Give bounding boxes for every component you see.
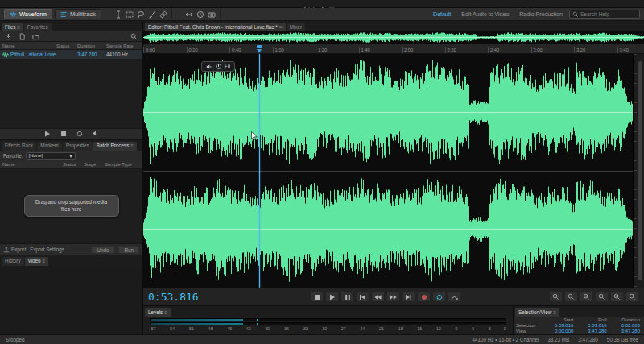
help-search <box>569 10 640 19</box>
transport-bar: 0:53.816 <box>143 288 644 305</box>
tab-properties[interactable]: Properties <box>63 142 93 151</box>
record-button[interactable] <box>417 292 431 302</box>
files-search-icon[interactable] <box>129 31 139 42</box>
preview-stop-icon[interactable] <box>58 128 68 139</box>
overview-waveform-canvas[interactable] <box>143 31 644 44</box>
import-file-icon[interactable] <box>3 31 14 42</box>
zoom-in-horizontal-icon[interactable] <box>580 292 593 302</box>
batch-header: Name Status Stage Sample Type <box>0 161 142 169</box>
skip-selection-button[interactable] <box>448 292 461 302</box>
tab-history[interactable]: History <box>2 257 24 266</box>
clock-icon[interactable] <box>195 9 205 19</box>
drop-hint: Drag and drop supported media files here <box>24 195 119 217</box>
favorite-row: Favorite: [None] ▾ <box>0 151 142 161</box>
playhead-handle[interactable] <box>257 45 262 48</box>
overview-playhead[interactable] <box>262 31 262 44</box>
favorite-dropdown[interactable]: [None] ▾ <box>26 152 76 160</box>
hud: +0 <box>201 61 235 72</box>
panel-menu-icon[interactable]: ≡ <box>164 309 167 317</box>
skip-back-button[interactable] <box>356 292 369 302</box>
multitrack-icon <box>60 11 68 18</box>
workspace-radio-production[interactable]: Radio Production <box>515 11 567 17</box>
export-button[interactable]: Export <box>3 247 26 253</box>
preview-loop-icon[interactable] <box>74 128 85 139</box>
tab-batch-process[interactable]: Batch Process ≡ <box>93 142 137 151</box>
selection-end[interactable]: 0:53.816 <box>575 323 608 329</box>
search-icon <box>572 11 579 18</box>
meter-scale: -57-54-51-48-45-42-39-36-33-30-27-24-21-… <box>150 326 506 331</box>
main-area: Files ≡ Favorites Name Status Duration S… <box>0 21 644 334</box>
loop-playback-button[interactable] <box>432 292 446 302</box>
zoom-in-icon[interactable] <box>549 292 563 302</box>
preview-play-icon[interactable] <box>42 128 52 139</box>
snapshot-icon[interactable] <box>206 9 217 19</box>
zoom-out-horizontal-icon[interactable] <box>595 292 609 302</box>
selection-start[interactable]: 0:53.816 <box>542 323 575 329</box>
selection-duration[interactable]: 0:00.000 <box>609 323 642 329</box>
tab-mixer[interactable]: Mixer <box>287 23 305 31</box>
tab-files[interactable]: Files ≡ <box>2 23 23 31</box>
pause-button[interactable] <box>341 292 354 302</box>
title-bar: Adobe Audition <box>0 0 644 8</box>
waveform-canvas[interactable] <box>143 54 633 288</box>
rewind-button[interactable] <box>371 292 385 302</box>
undo-button[interactable]: Undo <box>91 246 114 254</box>
fast-forward-button[interactable] <box>386 292 400 302</box>
open-folder-icon[interactable] <box>31 31 41 42</box>
view-duration[interactable]: 3:47.280 <box>609 329 642 334</box>
amplitude-scale[interactable] <box>633 54 644 288</box>
tab-editor[interactable]: Editor: Pitbull Feat. Chris Brown - Inte… <box>145 23 286 31</box>
speaker-icon[interactable] <box>90 128 101 139</box>
multitrack-view-button[interactable]: Multitrack <box>55 9 101 19</box>
files-header: Name Status Duration Sample Rate <box>0 42 142 50</box>
help-search-input[interactable] <box>580 11 637 17</box>
view-end[interactable]: 3:47.280 <box>575 329 608 334</box>
lasso-selection-tool-icon[interactable] <box>135 9 146 19</box>
export-settings-button[interactable]: Export Settings... <box>30 247 68 252</box>
zoom-full-icon[interactable] <box>625 292 639 302</box>
amplitude-scrollbar[interactable] <box>638 61 642 281</box>
workspace-default[interactable]: Default <box>429 11 455 17</box>
close-icon[interactable]: × <box>279 23 283 31</box>
new-file-icon[interactable] <box>17 31 27 42</box>
tab-video[interactable]: Video ≡ <box>25 257 49 266</box>
tool-group-selection <box>109 9 172 19</box>
run-button[interactable]: Run <box>118 246 139 254</box>
zoom-out-icon[interactable] <box>564 292 578 302</box>
overview-strip[interactable] <box>143 31 644 44</box>
tab-effects-rack[interactable]: Effects Rack <box>2 142 36 151</box>
spot-healing-tool-icon[interactable] <box>158 9 168 19</box>
batch-drop-area[interactable]: Drag and drop supported media files here <box>0 169 142 243</box>
file-duration: 3:47.280 <box>77 52 106 57</box>
waveform-view-button[interactable]: Waveform <box>4 9 52 19</box>
zoom-selection-icon[interactable] <box>610 292 624 302</box>
panel-menu-icon[interactable]: ≡ <box>17 23 20 31</box>
time-display[interactable]: 0:53.816 <box>148 291 222 303</box>
stop-button[interactable] <box>310 292 324 302</box>
workspace-edit-audio-to-video[interactable]: Edit Audio to Video <box>457 11 513 17</box>
tab-markers[interactable]: Markers <box>37 142 62 151</box>
level-meter[interactable]: -57-54-51-48-45-42-39-36-33-30-27-24-21-… <box>143 317 513 334</box>
panel-menu-icon[interactable]: ≡ <box>43 257 46 265</box>
batch-process-panel: Effects Rack Markers Properties Batch Pr… <box>0 139 142 255</box>
tab-favorites[interactable]: Favorites <box>24 23 52 31</box>
volume-knob[interactable] <box>216 64 221 69</box>
panel-menu-icon[interactable]: ≡ <box>553 309 556 317</box>
tab-selection-view[interactable]: Selection/View ≡ <box>515 308 559 317</box>
playhead-line[interactable] <box>259 54 260 288</box>
marquee-selection-tool-icon[interactable] <box>124 9 134 19</box>
panel-menu-icon[interactable]: ≡ <box>130 142 134 150</box>
slide-tool-icon[interactable] <box>184 9 194 19</box>
paintbrush-tool-icon[interactable] <box>147 9 157 19</box>
tab-levels[interactable]: Levels ≡ <box>145 308 171 317</box>
skip-forward-button[interactable] <box>402 292 415 302</box>
files-toolbar <box>0 31 142 42</box>
editor-tabstrip: Editor: Pitbull Feat. Chris Brown - Inte… <box>143 21 644 31</box>
time-selection-tool-icon[interactable] <box>113 9 123 19</box>
selection-view-panel: Selection/View ≡ Start End Duration Sele… <box>514 306 644 334</box>
timeline-ruler[interactable]: 0:00 0:20 0:40 1:00 1:20 1:40 2:00 2:20 … <box>143 44 644 54</box>
file-duration: 3:47.280 <box>578 337 598 342</box>
view-start[interactable]: 0:00.000 <box>542 329 575 334</box>
file-row[interactable]: Pitbull...ational Love.flac 3:47.280 441… <box>0 50 142 59</box>
play-button[interactable] <box>325 292 339 302</box>
